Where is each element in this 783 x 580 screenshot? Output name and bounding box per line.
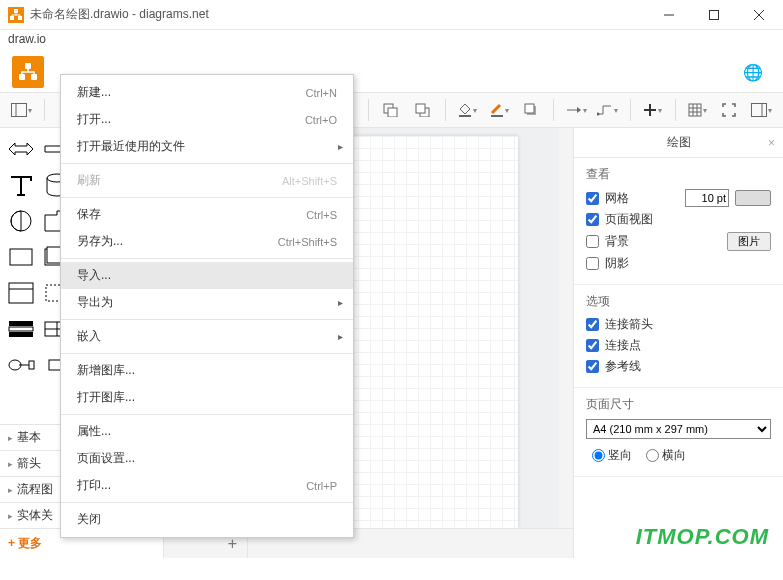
- background-label: 背景: [605, 233, 629, 250]
- pagesize-select[interactable]: A4 (210 mm x 297 mm): [586, 419, 771, 439]
- menu-embed[interactable]: 嵌入: [61, 323, 353, 350]
- landscape-radio[interactable]: 横向: [646, 447, 686, 464]
- line-color-button[interactable]: [486, 96, 514, 124]
- shadow-checkbox[interactable]: [586, 257, 599, 270]
- grid-checkbox[interactable]: [586, 192, 599, 205]
- menu-newlib[interactable]: 新增图库...: [61, 357, 353, 384]
- watermark: ITMOP.COM: [636, 524, 769, 550]
- titlebar: 未命名绘图.drawio - diagrams.net: [0, 0, 783, 30]
- shadow-label: 阴影: [605, 255, 629, 272]
- connection-button[interactable]: [562, 96, 590, 124]
- format-title: 绘图: [667, 134, 691, 151]
- shape-text[interactable]: [6, 170, 36, 200]
- sidebar-toggle-button[interactable]: [8, 96, 36, 124]
- vertical-scrollbar[interactable]: [559, 128, 573, 558]
- shape-rect[interactable]: [6, 242, 36, 272]
- svg-rect-10: [12, 104, 27, 117]
- fullscreen-button[interactable]: [715, 96, 743, 124]
- svg-rect-40: [9, 332, 33, 337]
- close-button[interactable]: [736, 1, 781, 29]
- svg-rect-19: [525, 104, 534, 113]
- waypoint-button[interactable]: [594, 96, 622, 124]
- grid-label: 网格: [605, 190, 629, 207]
- drawio-logo[interactable]: [12, 56, 44, 88]
- app-icon: [8, 7, 24, 23]
- menu-refresh: 刷新Alt+Shift+S: [61, 167, 353, 194]
- menu-save[interactable]: 保存Ctrl+S: [61, 201, 353, 228]
- svg-rect-7: [25, 63, 31, 69]
- svg-rect-9: [31, 74, 37, 80]
- image-button[interactable]: 图片: [727, 232, 771, 251]
- grid-color-swatch[interactable]: [735, 190, 771, 206]
- format-toggle-button[interactable]: [747, 96, 775, 124]
- svg-rect-39: [9, 327, 33, 331]
- shape-list[interactable]: [6, 314, 36, 344]
- minimize-button[interactable]: [646, 1, 691, 29]
- menu-export[interactable]: 导出为: [61, 289, 353, 316]
- shape-header-rect[interactable]: [6, 278, 36, 308]
- svg-rect-0: [14, 9, 18, 13]
- conn-arrow-checkbox[interactable]: [586, 318, 599, 331]
- menu-props[interactable]: 属性...: [61, 418, 353, 445]
- menu-print[interactable]: 打印...Ctrl+P: [61, 472, 353, 499]
- menu-new[interactable]: 新建...Ctrl+N: [61, 79, 353, 106]
- conn-point-checkbox[interactable]: [586, 339, 599, 352]
- pageview-label: 页面视图: [605, 211, 653, 228]
- svg-rect-45: [29, 361, 34, 369]
- svg-rect-4: [709, 10, 718, 19]
- menu-open[interactable]: 打开...Ctrl+O: [61, 106, 353, 133]
- svg-point-20: [597, 113, 600, 116]
- svg-rect-38: [9, 321, 33, 326]
- maximize-button[interactable]: [691, 1, 736, 29]
- svg-rect-1: [10, 16, 14, 20]
- menu-recent[interactable]: 打开最近使用的文件: [61, 133, 353, 160]
- grid-value-input[interactable]: [685, 189, 729, 207]
- conn-point-label: 连接点: [605, 337, 641, 354]
- menu-openlib[interactable]: 打开图库...: [61, 384, 353, 411]
- window-title: 未命名绘图.drawio - diagrams.net: [30, 6, 646, 23]
- svg-rect-28: [751, 104, 766, 117]
- svg-rect-23: [689, 104, 701, 116]
- shape-link[interactable]: [6, 350, 36, 380]
- fill-color-button[interactable]: [454, 96, 482, 124]
- format-panel: 绘图 × 查看 网格 页面视图 背景 图片: [573, 128, 783, 558]
- file-menu: 新建...Ctrl+N 打开...Ctrl+O 打开最近使用的文件 刷新Alt+…: [60, 74, 354, 538]
- svg-rect-8: [19, 74, 25, 80]
- to-back-button[interactable]: [409, 96, 437, 124]
- menu-import[interactable]: 导入...: [61, 262, 353, 289]
- options-section-title: 选项: [586, 293, 771, 310]
- svg-rect-2: [18, 16, 22, 20]
- format-header: 绘图 ×: [574, 128, 783, 158]
- to-front-button[interactable]: [377, 96, 405, 124]
- view-section-title: 查看: [586, 166, 771, 183]
- shadow-button[interactable]: [518, 96, 546, 124]
- shape-half-circle[interactable]: [6, 206, 36, 236]
- table-button[interactable]: [684, 96, 712, 124]
- pageview-checkbox[interactable]: [586, 213, 599, 226]
- pagesize-section-title: 页面尺寸: [586, 396, 771, 413]
- svg-rect-17: [491, 115, 503, 117]
- portrait-radio[interactable]: 竖向: [592, 447, 632, 464]
- menu-saveas[interactable]: 另存为...Ctrl+Shift+S: [61, 228, 353, 255]
- svg-rect-15: [416, 104, 425, 113]
- menu-close[interactable]: 关闭: [61, 506, 353, 533]
- background-checkbox[interactable]: [586, 235, 599, 248]
- insert-button[interactable]: [639, 96, 667, 124]
- svg-rect-16: [459, 115, 471, 117]
- guides-label: 参考线: [605, 358, 641, 375]
- svg-rect-35: [9, 283, 33, 303]
- guides-checkbox[interactable]: [586, 360, 599, 373]
- shape-double-arrow[interactable]: [6, 134, 36, 164]
- menubar-label[interactable]: draw.io: [0, 30, 783, 52]
- menu-pagesetup[interactable]: 页面设置...: [61, 445, 353, 472]
- format-close-icon[interactable]: ×: [768, 136, 775, 150]
- globe-icon[interactable]: 🌐: [743, 63, 763, 82]
- conn-arrow-label: 连接箭头: [605, 316, 653, 333]
- svg-rect-13: [388, 108, 397, 117]
- svg-rect-32: [10, 249, 32, 265]
